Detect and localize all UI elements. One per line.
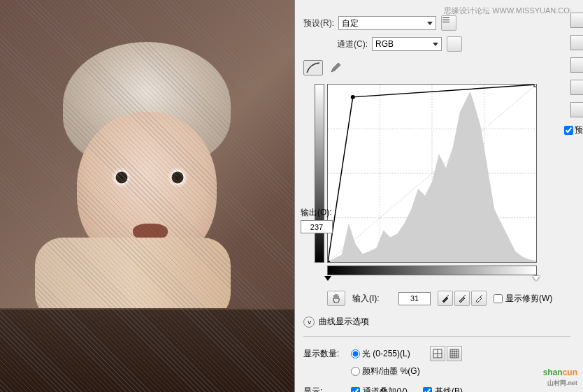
light-radio[interactable]: 光 (0-255)(L) — [351, 348, 410, 360]
output-gradient — [315, 84, 324, 263]
svg-rect-1 — [442, 20, 449, 20]
eyedropper-black-button[interactable] — [438, 291, 453, 306]
channel-label: 通道(C): — [337, 38, 368, 50]
chevron-down-icon — [427, 22, 433, 25]
eyedropper-white-button[interactable] — [471, 291, 487, 306]
side-button-4[interactable] — [570, 80, 583, 95]
auto-button[interactable] — [447, 36, 462, 52]
preset-dropdown[interactable]: 自定 — [338, 16, 436, 30]
baseline-checkbox[interactable]: 基线(B) — [423, 386, 463, 392]
watermark-text: 思缘设计论坛 WWW.MISSYUAN.COM — [444, 6, 576, 16]
site-logo: shancun 山村网.net — [543, 364, 577, 388]
hand-tool-button[interactable] — [327, 291, 345, 306]
side-button-5[interactable] — [570, 102, 583, 117]
svg-rect-0 — [442, 17, 449, 18]
pencil-tool-button[interactable] — [327, 61, 344, 75]
input-field[interactable] — [398, 292, 431, 305]
white-slider[interactable] — [533, 276, 540, 281]
display-qty-label: 显示数量: — [303, 348, 345, 360]
eyedropper-gray-button[interactable] — [454, 291, 470, 306]
image-subject — [35, 42, 259, 321]
preset-label: 预设(R): — [303, 17, 334, 29]
preview-checkbox[interactable]: 预 — [564, 124, 583, 136]
curve-point[interactable] — [351, 95, 355, 99]
input-label: 输入(I): — [352, 293, 391, 305]
black-slider[interactable] — [324, 276, 331, 281]
show-label: 显示: — [303, 386, 345, 392]
curves-dialog: 思缘设计论坛 WWW.MISSYUAN.COM 预设(R): 自定 通道(C):… — [294, 0, 583, 392]
curve-options-label: 曲线显示选项 — [319, 316, 369, 328]
canvas-preview[interactable] — [0, 0, 294, 392]
grid-fine-button[interactable] — [447, 346, 462, 361]
pigment-radio[interactable]: 颜料/油墨 %(G) — [351, 365, 420, 377]
curve-point-white[interactable] — [534, 85, 536, 87]
grid-coarse-button[interactable] — [430, 346, 445, 361]
channel-value: RGB — [375, 39, 394, 49]
output-label: 输出(O): — [301, 207, 332, 219]
curve-tool-button[interactable] — [303, 60, 323, 75]
output-input[interactable] — [301, 220, 333, 233]
svg-rect-2 — [442, 22, 449, 22]
side-button-3[interactable] — [570, 57, 583, 73]
channel-dropdown[interactable]: RGB — [372, 37, 442, 51]
show-clipping-checkbox[interactable]: 显示修剪(W) — [494, 293, 552, 305]
preset-menu-button[interactable] — [441, 15, 456, 31]
channel-overlay-checkbox[interactable]: 通道叠加(V) — [351, 386, 408, 392]
curves-graph[interactable] — [327, 84, 537, 263]
expand-toggle[interactable]: ⅴ — [303, 317, 315, 328]
curve-point-black[interactable] — [328, 261, 330, 262]
side-button-2[interactable] — [570, 35, 583, 50]
chevron-down-icon — [433, 43, 438, 46]
input-gradient — [327, 266, 537, 275]
preset-value: 自定 — [342, 17, 359, 29]
side-button-1[interactable] — [570, 13, 583, 28]
